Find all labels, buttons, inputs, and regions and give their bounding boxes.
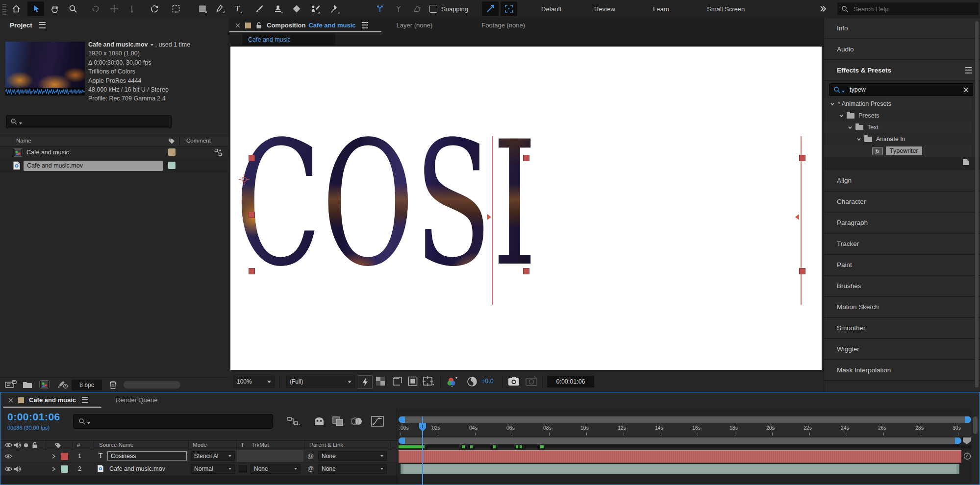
footage-tab[interactable]: Footage (none) <box>481 22 525 29</box>
project-panel-title[interactable]: Project <box>10 22 32 29</box>
layer-row-cosiness[interactable]: 1 T Cosiness Stencil Al @ None <box>0 450 399 463</box>
frame-blending-icon[interactable] <box>332 416 344 427</box>
unlock-icon[interactable] <box>256 22 262 29</box>
parent-link-dropdown[interactable]: None <box>318 464 387 474</box>
comp-tab-title[interactable]: Composition <box>267 22 305 29</box>
snapping-checkbox[interactable] <box>429 5 437 13</box>
pen-tool-icon[interactable] <box>212 1 228 16</box>
layer-switches-icon[interactable] <box>963 452 971 460</box>
parent-link-dropdown[interactable]: None <box>318 451 387 461</box>
navigator-end-handle[interactable] <box>965 416 971 423</box>
project-footer-scrollbar[interactable] <box>124 381 180 388</box>
selection-handle[interactable] <box>249 268 255 274</box>
new-animation-preset-icon[interactable] <box>962 158 970 166</box>
preserve-transparency-checkbox[interactable] <box>239 465 247 473</box>
project-item-composition[interactable]: Cafe and music <box>0 146 228 159</box>
graph-editor-icon[interactable] <box>371 416 384 427</box>
search-options-caret-icon[interactable] <box>842 91 845 93</box>
selection-handle[interactable] <box>523 155 529 161</box>
panel-tab-paragraph[interactable]: Paragraph <box>824 213 980 234</box>
selection-handle[interactable] <box>249 155 255 161</box>
close-panel-icon[interactable] <box>8 398 13 403</box>
range-selector-arrow-icon[interactable] <box>795 214 799 220</box>
clone-stamp-tool-icon[interactable] <box>270 1 286 16</box>
render-settings-icon[interactable] <box>57 380 68 389</box>
column-header-number[interactable]: # <box>77 442 80 448</box>
chevron-down-icon[interactable] <box>830 101 835 106</box>
close-panel-icon[interactable] <box>235 23 240 28</box>
label-column-icon[interactable] <box>54 442 62 449</box>
timeline-search-box[interactable] <box>73 414 273 429</box>
comp-viewer-subtab[interactable]: Cafe and music <box>242 33 335 46</box>
grid-guides-icon[interactable] <box>423 376 434 386</box>
bit-depth-button[interactable]: 8 bpc <box>72 380 102 390</box>
project-search-input[interactable] <box>25 118 154 126</box>
chevron-down-icon[interactable] <box>848 125 853 130</box>
composition-mini-flowchart-icon[interactable] <box>287 416 300 427</box>
snap-options-icon[interactable] <box>482 1 499 16</box>
label-color-swatch[interactable] <box>168 162 176 169</box>
panel-tab-brushes[interactable]: Brushes <box>824 276 980 297</box>
project-item-footage[interactable]: Cafe and music.mov <box>0 159 228 172</box>
rectangle-tool-icon[interactable] <box>194 1 211 16</box>
layer-row-cafe-and-music[interactable]: 2 Cafe and music.mov Normal None @ None <box>0 463 399 476</box>
new-folder-icon[interactable] <box>23 381 32 388</box>
layer-audio-speaker-icon[interactable] <box>14 466 21 472</box>
project-item-name[interactable]: Cafe and music <box>26 149 69 156</box>
footage-name[interactable]: Cafe and music.mov <box>88 40 148 49</box>
timeline-vertical-scrollbar[interactable] <box>973 416 978 434</box>
project-item-name[interactable]: Cafe and music.mov <box>27 162 83 169</box>
hand-tool-icon[interactable] <box>46 1 63 16</box>
channel-rgb-icon[interactable] <box>446 376 458 388</box>
work-area-start-handle[interactable] <box>399 437 405 444</box>
workspace-tab-small-screen[interactable]: Small Screen <box>700 0 752 18</box>
chevron-down-icon[interactable] <box>839 113 844 118</box>
layer-tab[interactable]: Layer (none) <box>397 22 433 29</box>
parent-pickwhip-icon[interactable]: @ <box>307 452 314 460</box>
column-header-mode[interactable]: Mode <box>193 442 207 448</box>
panel-tab-info[interactable]: Info <box>824 18 980 39</box>
local-axis-mode-icon[interactable] <box>372 1 388 16</box>
panel-tab-tracker[interactable]: Tracker <box>824 234 980 255</box>
camera-tool-icon[interactable] <box>168 1 184 16</box>
panel-tab-mask-interpolation[interactable]: Mask Interpolation <box>824 360 980 381</box>
magnification-dropdown[interactable]: 100% <box>233 376 275 388</box>
type-tool-icon[interactable]: T <box>229 1 246 16</box>
home-icon[interactable] <box>8 1 25 16</box>
selected-item-name-box[interactable]: Cafe and music.mov <box>24 161 163 171</box>
solo-column-icon[interactable] <box>24 443 28 447</box>
trkmat-dropdown[interactable]: None <box>251 464 301 474</box>
footage-thumbnail[interactable] <box>5 42 85 96</box>
range-selector-line[interactable] <box>801 136 802 305</box>
audio-column-speaker-icon[interactable] <box>14 442 21 448</box>
time-navigator-bar[interactable] <box>399 416 971 423</box>
exposure-value[interactable]: +0,0 <box>481 378 494 385</box>
panel-tab-align[interactable]: Align <box>824 170 980 192</box>
time-ruler[interactable]: :00s 02s 04s 06s 08s 10s 12s 14s 16s 18s… <box>399 423 971 437</box>
panel-tab-motion-sketch[interactable]: Motion Sketch <box>824 297 980 318</box>
transparency-grid-icon[interactable] <box>376 376 385 386</box>
new-composition-icon[interactable] <box>39 380 50 388</box>
work-area-end-handle[interactable] <box>955 437 961 444</box>
label-column-icon[interactable] <box>168 137 176 145</box>
layer-expander-icon[interactable] <box>51 454 56 459</box>
clear-search-icon[interactable] <box>963 87 969 93</box>
effects-search-input[interactable] <box>849 86 954 94</box>
layer-name-box[interactable]: Cosiness <box>107 451 187 461</box>
timeline-search-input[interactable] <box>93 417 252 425</box>
selection-handle[interactable] <box>799 155 805 161</box>
panel-tab-character[interactable]: Character <box>824 192 980 213</box>
layer-name[interactable]: Cosiness <box>111 453 136 460</box>
roto-brush-tool-icon[interactable] <box>307 1 324 16</box>
column-header-trkmat[interactable]: TrkMat <box>251 442 269 448</box>
help-search-box[interactable] <box>837 2 979 15</box>
chevron-down-icon[interactable] <box>856 137 861 142</box>
column-header-name[interactable]: Name <box>16 138 31 144</box>
lock-column-icon[interactable] <box>32 442 38 448</box>
panel-tab-paint[interactable]: Paint <box>824 255 980 276</box>
parent-pickwhip-icon[interactable]: @ <box>307 465 314 472</box>
layer-duration-bar-cosiness[interactable] <box>399 450 961 463</box>
rotation-tool-icon[interactable] <box>146 1 163 16</box>
interpret-footage-icon[interactable] <box>5 380 17 389</box>
selection-handle[interactable] <box>249 212 255 218</box>
